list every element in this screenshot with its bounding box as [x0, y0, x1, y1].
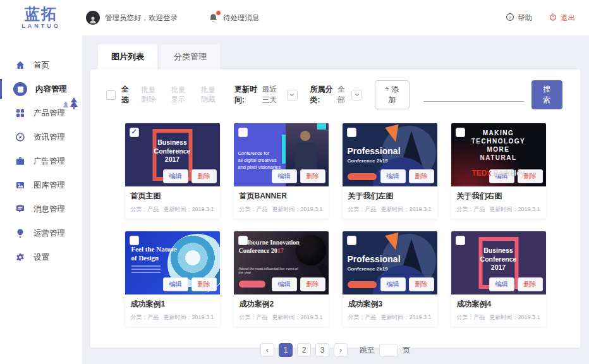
- sidebar-item-label: 设置: [33, 252, 49, 263]
- content-panel: 全选 批量删除 批量显示 批量隐藏 更新时间: 最近三天 所属分类: 全部 + …: [90, 70, 580, 348]
- card-thumbnail[interactable]: Feel the Natureof Design编辑删除: [125, 231, 220, 294]
- card-category: 分类：产品: [457, 205, 485, 214]
- sidebar-item-label: 广告管理: [33, 156, 65, 167]
- card-checkbox[interactable]: [456, 236, 465, 245]
- card-thumbnail[interactable]: ProfessionalConference 2k19编辑删除: [343, 231, 437, 294]
- logout-label: 退出: [561, 13, 575, 23]
- delete-button[interactable]: 删除: [191, 169, 217, 183]
- card-thumbnail[interactable]: Conference forall digital creativesand p…: [234, 123, 329, 186]
- add-button[interactable]: + 添加: [375, 80, 410, 109]
- image-card: BusinessConference2017编辑删除首页主图分类：产品更新时间：…: [125, 123, 220, 219]
- avatar: [86, 11, 100, 25]
- sidebar-item-设置[interactable]: 设置: [0, 245, 82, 269]
- page-jump-input[interactable]: [379, 344, 398, 357]
- sidebar-item-产品管理[interactable]: 产品管理: [0, 101, 82, 125]
- delete-button[interactable]: 删除: [300, 277, 325, 291]
- topbar: 蓝拓 LANTUO 管理员您好，欢迎登录 待处理消息 ? 帮助 退出: [0, 0, 589, 35]
- help-link[interactable]: ? 帮助: [506, 13, 532, 23]
- select-all-checkbox[interactable]: [106, 90, 116, 100]
- page-button-1[interactable]: 1: [279, 343, 293, 357]
- card-title: 关于我们左图: [348, 191, 432, 202]
- image-card: Conference forall digital creativesand p…: [234, 123, 329, 219]
- brand-logo: 蓝拓 LANTUO: [0, 6, 82, 29]
- edit-button[interactable]: 编辑: [380, 277, 406, 291]
- notification-badge: [216, 10, 221, 16]
- sidebar-item-label: 产品管理: [33, 108, 65, 119]
- card-grid: BusinessConference2017编辑删除首页主图分类：产品更新时间：…: [90, 123, 580, 327]
- edit-button[interactable]: 编辑: [163, 277, 188, 291]
- card-updated: 更新时间：2019.3.1: [272, 205, 322, 214]
- card-checkbox[interactable]: [238, 128, 248, 137]
- delete-button[interactable]: 删除: [409, 169, 434, 183]
- edit-button[interactable]: 编辑: [380, 169, 406, 183]
- image-card: ProfessionalConference 2k19编辑删除成功案例3分类：产…: [343, 231, 437, 327]
- card-checkbox[interactable]: [456, 128, 465, 137]
- tab-category-management[interactable]: 分类管理: [161, 44, 220, 70]
- main-area: 图片列表 分类管理 全选 批量删除 批量显示 批量隐藏 更新时间: 最近三天 所…: [82, 35, 589, 364]
- card-checkbox[interactable]: [238, 236, 248, 245]
- sidebar-item-图库管理[interactable]: 图库管理: [0, 173, 82, 197]
- delete-button[interactable]: 删除: [300, 169, 325, 183]
- card-updated: 更新时间：2019.3.1: [163, 313, 214, 322]
- batch-show-link[interactable]: 批量显示: [171, 85, 192, 104]
- card-thumbnail[interactable]: BusinessConference2017编辑删除: [125, 123, 220, 186]
- image-card: Feel the Natureof Design编辑删除成功案例1分类：产品更新…: [125, 231, 220, 327]
- card-category: 分类：产品: [457, 313, 485, 322]
- category-value: 全部: [337, 84, 348, 106]
- update-time-dropdown[interactable]: [287, 90, 297, 100]
- select-all-label: 全选: [121, 84, 132, 106]
- card-title: 成功案例1: [131, 299, 214, 310]
- page-button-3[interactable]: 3: [315, 343, 329, 357]
- card-title: 关于我们右图: [457, 191, 540, 202]
- sidebar-item-资讯管理[interactable]: 资讯管理: [0, 125, 82, 149]
- edit-button[interactable]: 编辑: [163, 169, 188, 183]
- card-thumbnail[interactable]: BusinessConference2017编辑删除: [451, 231, 546, 294]
- edit-button[interactable]: 编辑: [272, 169, 297, 183]
- filter-toolbar: 全选 批量删除 批量显示 批量隐藏 更新时间: 最近三天 所属分类: 全部 + …: [90, 70, 580, 109]
- greeting-text: 管理员您好，欢迎登录: [105, 13, 178, 23]
- card-thumbnail[interactable]: Melbourne InnovationConference 2017Atten…: [234, 231, 329, 294]
- sidebar-item-广告管理[interactable]: 广告管理: [0, 149, 82, 173]
- search-button[interactable]: 搜索: [531, 80, 562, 109]
- delete-button[interactable]: 删除: [409, 277, 434, 291]
- jump-to-label: 跳至: [360, 345, 375, 356]
- search-input[interactable]: [423, 88, 524, 102]
- card-checkbox[interactable]: [130, 128, 139, 137]
- card-checkbox[interactable]: [347, 128, 356, 137]
- home-icon: [15, 60, 25, 70]
- sidebar-item-首页[interactable]: 首页: [0, 53, 82, 77]
- card-category: 分类：产品: [348, 313, 377, 322]
- next-page-button[interactable]: ›: [334, 343, 348, 357]
- page-button-2[interactable]: 2: [297, 343, 311, 357]
- edit-button[interactable]: 编辑: [489, 277, 514, 291]
- delete-button[interactable]: 删除: [191, 277, 217, 291]
- delete-button[interactable]: 删除: [518, 277, 543, 291]
- card-thumbnail[interactable]: MAKINGTECHNOLOGYMORENATURALTEDx Berkeley…: [451, 123, 546, 186]
- image-card: BusinessConference2017编辑删除成功案例4分类：产品更新时间…: [451, 231, 546, 327]
- sidebar-item-运营管理[interactable]: 运营管理: [0, 221, 82, 245]
- card-thumbnail[interactable]: ProfessionalConference 2k19编辑删除: [343, 123, 437, 186]
- logout-link[interactable]: 退出: [549, 13, 575, 23]
- sidebar-item-消息管理[interactable]: 消息管理: [0, 197, 82, 221]
- card-updated: 更新时间：2019.3.1: [489, 205, 540, 214]
- batch-hide-link[interactable]: 批量隐藏: [201, 85, 222, 104]
- update-time-label: 更新时间:: [234, 84, 258, 106]
- prev-page-button[interactable]: ‹: [260, 343, 274, 357]
- card-title: 首页BANNER: [240, 191, 323, 202]
- edit-button[interactable]: 编辑: [272, 277, 297, 291]
- category-dropdown[interactable]: [351, 90, 361, 100]
- card-category: 分类：产品: [240, 313, 268, 322]
- help-icon: ?: [506, 13, 514, 23]
- batch-delete-link[interactable]: 批量删除: [141, 85, 162, 104]
- card-checkbox[interactable]: [347, 236, 356, 245]
- help-label: 帮助: [518, 13, 532, 23]
- bell-icon: [208, 13, 219, 23]
- sidebar-item-内容管理[interactable]: 内容管理: [0, 77, 82, 101]
- sidebar-item-label: 内容管理: [35, 84, 67, 95]
- pending-messages[interactable]: 待处理消息: [208, 13, 260, 23]
- pagination: ‹123›跳至页: [90, 343, 580, 357]
- card-checkbox[interactable]: [130, 236, 139, 245]
- image-card: Melbourne InnovationConference 2017Atten…: [234, 231, 329, 327]
- tab-image-list[interactable]: 图片列表: [98, 44, 157, 70]
- product-icon: [15, 108, 25, 118]
